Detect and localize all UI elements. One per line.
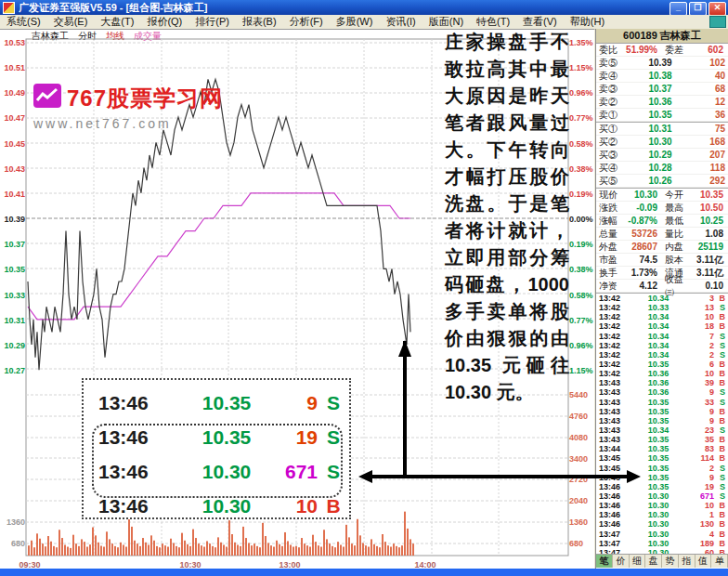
window-title: 广发证券至强版V5.59 - [组合图-吉林森工] (19, 1, 208, 15)
menu-item[interactable]: 查看(V) (516, 15, 564, 29)
axis-label: 10.37 (1, 240, 25, 249)
title-bar: 广发证券至强版V5.59 - [组合图-吉林森工] _ ❐ ✕ (0, 0, 728, 15)
app-icon[interactable] (3, 2, 15, 14)
tick-volume: 2 (686, 464, 714, 473)
ask-row: 卖⑤10.39102 (596, 57, 728, 70)
menu-item[interactable]: 报价(Q) (140, 15, 188, 29)
tick-volume: 9 (686, 473, 714, 482)
level-price: 10.26 (627, 176, 694, 186)
quote-tab-单[interactable]: 单 (711, 555, 728, 568)
tick-row: 13:4210.3410B (596, 312, 728, 321)
tick-time: 13:42 (599, 303, 630, 312)
tick-volume: 130 (686, 519, 714, 529)
quote-tab-势[interactable]: 势 (662, 555, 679, 568)
stat-value: 28607 (623, 242, 659, 252)
stat-row: 涨跌-0.09最高10.50 (596, 202, 728, 215)
tick-volume: 83 (686, 444, 714, 453)
menu-item[interactable]: 多股(W) (330, 15, 380, 29)
level-label: 买③ (599, 149, 627, 162)
menu-item[interactable]: 版面(N) (422, 15, 470, 29)
menu-item[interactable]: 系统(S) (0, 15, 47, 29)
axis-label: 2040 (569, 496, 594, 505)
trade-volume: 671 (275, 461, 318, 483)
watermark-url: www.net767.com (33, 116, 172, 131)
tick-side: B (714, 435, 725, 444)
quote-tab-细[interactable]: 细 (630, 555, 646, 568)
menu-item[interactable]: 特色(T) (470, 15, 516, 29)
ask-row: 卖②10.3612 (596, 96, 728, 109)
stat-label: 最低 (665, 215, 689, 228)
level-price: 10.28 (627, 163, 694, 173)
restore-button[interactable]: ❐ (689, 2, 707, 16)
tick-row: 13:4710.30189B (596, 539, 728, 548)
quote-tab-盘[interactable]: 盘 (645, 555, 662, 568)
tick-volume: 671 (686, 491, 714, 501)
level-price: 10.30 (627, 137, 694, 147)
menu-item[interactable]: 资讯(I) (379, 15, 422, 29)
tick-time: 13:43 (599, 398, 630, 407)
trade-volume: 9 (275, 392, 318, 414)
tick-price: 10.35 (630, 453, 686, 463)
tick-side: B (714, 501, 725, 510)
stat-label: 今开 (665, 189, 689, 202)
stat-value: 1.73% (623, 268, 659, 278)
tick-row: 13:4210.343B (596, 294, 728, 303)
stat-row: 涨幅-0.87%最低10.25 (596, 215, 728, 228)
level-label: 卖① (599, 109, 627, 122)
quote-panel-tabs: 笔价细盘势指值单 (596, 554, 728, 568)
tick-row: 13:4510.352S (596, 464, 728, 473)
menu-item[interactable]: 帮助(H) (564, 15, 611, 29)
panel-toggle-widget[interactable] (709, 16, 726, 28)
menu-item[interactable]: 排行(P) (188, 15, 236, 29)
tick-price: 10.30 (630, 501, 686, 510)
stat-value: -0.09 (623, 203, 659, 213)
menu-item[interactable]: 大盘(T) (94, 15, 140, 29)
tick-time: 13:43 (599, 425, 630, 435)
stat-value: -0.87% (623, 216, 659, 226)
tick-price: 10.30 (630, 530, 686, 539)
axis-label: 0.96% (569, 88, 594, 98)
stat-value: 10.35 (689, 190, 725, 200)
tick-list[interactable]: 13:4210.343B13:4210.3313S13:4210.3410B13… (596, 293, 728, 576)
stat-value: 0.10 (689, 281, 725, 291)
quote-tab-指[interactable]: 指 (679, 555, 696, 568)
axis-label: 0.77% (569, 113, 594, 123)
tick-side: S (714, 398, 725, 407)
tick-volume: 114 (686, 453, 714, 463)
axis-label: 4080 (569, 433, 594, 442)
level-price: 10.29 (627, 150, 694, 160)
weicha-value: 602 (689, 45, 725, 55)
menu-item[interactable]: 交易(E) (47, 15, 95, 29)
stat-value: 1.08 (689, 229, 725, 239)
tick-price: 10.34 (630, 332, 686, 341)
tick-volume: 4 (686, 530, 714, 539)
quote-tab-价[interactable]: 价 (613, 555, 630, 568)
axis-label: 1.35% (569, 38, 594, 47)
menu-item[interactable]: 报表(B) (236, 15, 283, 29)
menu-item[interactable]: 分析(F) (283, 15, 330, 29)
tick-price: 10.35 (630, 416, 686, 425)
minimize-button[interactable]: _ (670, 2, 687, 16)
close-button[interactable]: ✕ (708, 2, 726, 16)
stat-label: 内盘 (665, 241, 689, 254)
quote-tab-值[interactable]: 值 (696, 555, 712, 568)
axis-label: 1360 (1, 517, 25, 527)
tick-row: 13:4310.3639B (596, 378, 728, 387)
tick-row: 13:4610.3010B (596, 501, 728, 510)
quote-panel: 600189 吉林森工 委比 51.99% 委差 602 卖⑤10.39102卖… (595, 29, 728, 569)
ask-row: 卖③10.3768 (596, 83, 728, 96)
trade-time: 13:46 (84, 461, 178, 483)
level-label: 卖② (599, 96, 627, 109)
magnified-trade-row: 13:4610.30671S (84, 454, 349, 489)
axis-label: 10.31 (1, 316, 25, 325)
trade-price: 10.35 (178, 392, 275, 414)
annotation-text: 庄家操盘手不敢拉高其中最大原因是昨天笔者跟风量过大。下午转向才幅打压股价洗盘。于… (445, 29, 569, 406)
quote-tab-笔[interactable]: 笔 (596, 555, 613, 568)
tick-volume: 9 (686, 387, 714, 397)
tick-side: S (714, 303, 725, 312)
trade-volume: 10 (275, 495, 318, 517)
trade-side: S (318, 392, 349, 414)
magnified-trade-table: 13:4610.359S13:4610.3519S13:4610.30671S1… (82, 378, 351, 519)
tick-row: 13:4610.30130B (596, 519, 728, 529)
tick-row: 13:4210.3610B (596, 369, 728, 378)
